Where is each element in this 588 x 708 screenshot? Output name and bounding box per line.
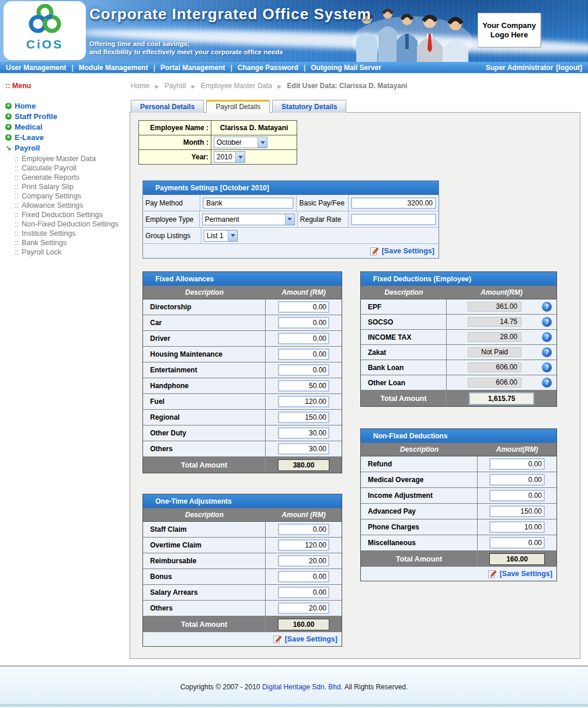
company-link[interactable]: Digital Heritage Sdn. Bhd. — [262, 683, 343, 691]
adjustment-amount-input[interactable] — [278, 587, 329, 598]
sidebar-subitem[interactable]: ::Payroll Lock — [8, 247, 127, 257]
app-tagline: Offering time and cost savings; and flex… — [89, 40, 283, 56]
allowance-amount-input[interactable] — [278, 301, 329, 313]
nav-separator: | — [71, 64, 73, 72]
breadcrumb: Home ▶ Payroll ▶ Employee Master Data ▶ … — [131, 82, 580, 90]
adjustment-amount-input[interactable] — [278, 555, 329, 567]
allowance-amount-input[interactable] — [278, 364, 329, 376]
allowance-amount-input[interactable] — [278, 380, 329, 392]
sidebar-subitem[interactable]: ::Company Settings — [8, 191, 127, 201]
allowance-amount-input[interactable] — [278, 348, 329, 360]
tab-panel: Employee Name : Clarissa D. Matayani Mon… — [130, 112, 580, 659]
table-row: Others — [143, 441, 342, 457]
month-select[interactable]: October — [214, 137, 267, 148]
subitem-bullet: :: — [15, 164, 19, 172]
copyright-prefix: Copyrights © 2007 - 2010 — [180, 683, 260, 691]
help-icon[interactable]: ? — [542, 347, 552, 357]
deduction-amount-input[interactable] — [489, 505, 545, 517]
allowance-amount-input[interactable] — [278, 396, 329, 407]
sidebar-subitem[interactable]: ::Fixed Deduction Settings — [8, 210, 127, 219]
regular-rate-input[interactable] — [351, 214, 436, 225]
basic-pay-input[interactable] — [351, 197, 436, 209]
help-icon[interactable]: ? — [542, 302, 552, 312]
year-select[interactable]: 2010 — [214, 151, 245, 163]
nav-item[interactable]: Change Password — [238, 64, 298, 72]
one-time-adjustments-total: 160.00 — [278, 619, 329, 630]
logout-link[interactable]: [logout] — [556, 64, 582, 72]
fixed-allowances-total: 380.00 — [278, 459, 329, 471]
tab[interactable]: Personal Details — [131, 100, 204, 113]
adjustment-amount-input[interactable] — [278, 539, 329, 551]
help-icon[interactable]: ? — [542, 378, 552, 388]
nav-item[interactable]: Portal Management — [161, 64, 225, 72]
sidebar-subitem[interactable]: ::Generate Reports — [8, 173, 127, 182]
one-time-adjustments-save-settings-link[interactable]: [Save Settings] — [285, 635, 338, 643]
adjustment-amount-input[interactable] — [278, 524, 329, 535]
sidebar-item[interactable]: Home — [5, 102, 127, 110]
fixed-deductions-total: 1,615.75 — [469, 392, 534, 405]
sidebar-item[interactable]: Medical — [5, 123, 127, 131]
allowance-amount-input[interactable] — [278, 411, 329, 423]
chevron-down-icon — [228, 231, 237, 241]
deduction-amount-input[interactable] — [489, 474, 545, 486]
amount-column-header: Amount (RM) — [266, 508, 342, 521]
sidebar-submenu: ::Employee Master Data ::Calculate Payro… — [8, 154, 127, 257]
allowance-amount-input[interactable] — [278, 333, 329, 344]
sidebar-subitem[interactable]: ::Employee Master Data — [8, 154, 127, 163]
total-amount-label: Total Amount — [361, 390, 447, 406]
deduction-label: Bank Loan — [361, 360, 447, 375]
nav-separator: | — [153, 64, 155, 72]
deduction-amount-input[interactable] — [489, 537, 545, 549]
payments-save-settings-link[interactable]: [Save Settings] — [382, 247, 434, 255]
employee-type-select[interactable]: Permanent — [202, 214, 295, 225]
pay-method-input[interactable] — [203, 197, 294, 209]
adjustment-amount-input[interactable] — [278, 602, 329, 614]
group-listings-select[interactable]: List 1 — [204, 230, 238, 242]
table-row: Bank Loan 606.00 ? — [361, 360, 556, 375]
deduction-amount-readonly: Not Paid — [468, 347, 521, 357]
nav-item[interactable]: Outgoing Mail Server — [311, 64, 381, 72]
allowance-amount-input[interactable] — [278, 427, 329, 439]
help-icon[interactable]: ? — [542, 362, 552, 372]
deduction-amount-input[interactable] — [489, 490, 545, 501]
sidebar-subitem[interactable]: ::Non-Fixed Deduction Settings — [8, 219, 127, 229]
table-row: Other Loan 606.00 ? — [361, 375, 556, 390]
sidebar-item[interactable]: E-Leave — [5, 133, 127, 142]
sidebar-subitem[interactable]: ::Allowance Settings — [8, 201, 127, 210]
allowance-amount-input[interactable] — [278, 443, 329, 455]
subitem-bullet: :: — [15, 211, 19, 219]
breadcrumb-item[interactable]: Home — [131, 82, 149, 90]
menu-expand-icon — [5, 113, 12, 120]
deduction-amount-readonly: 28.00 — [468, 332, 521, 342]
nav-item[interactable]: User Management — [6, 64, 66, 72]
deduction-label: INCOME TAX — [361, 330, 447, 344]
sidebar-item[interactable]: Staff Profile — [5, 112, 127, 121]
help-icon[interactable]: ? — [542, 332, 552, 342]
employee-name-value: Clarissa D. Matayani — [211, 121, 297, 135]
description-column-header: Description — [143, 286, 266, 299]
nav-item[interactable]: Module Management — [79, 64, 148, 72]
breadcrumb-item[interactable]: Employee Master Data — [201, 82, 272, 90]
sidebar-subitem[interactable]: ::Bank Settings — [8, 238, 127, 247]
table-row: Handphone — [143, 378, 342, 394]
sidebar-subitem[interactable]: ::Institute Settings — [8, 229, 127, 238]
table-row: SOCSO 14.75 ? — [361, 315, 556, 330]
allowance-label: Handphone — [143, 378, 266, 393]
sidebar-subitem[interactable]: ::Calculate Payroll — [8, 163, 127, 173]
menu-expand-icon — [5, 103, 12, 109]
allowance-amount-input[interactable] — [278, 317, 329, 329]
sidebar-subitem[interactable]: ::Print Salary Slip — [8, 182, 127, 191]
tagline-line1: Offering time and cost savings; — [89, 40, 283, 48]
sidebar-item[interactable]: Payroll — [5, 144, 127, 152]
breadcrumb-item[interactable]: Payroll — [165, 82, 186, 90]
app-title: Corporate Intergrated Office System — [89, 5, 371, 23]
deduction-amount-input[interactable] — [489, 521, 545, 533]
table-row: Fuel — [143, 394, 342, 410]
deduction-amount-readonly: 361.00 — [468, 302, 521, 312]
deduction-amount-input[interactable] — [489, 458, 545, 470]
tab[interactable]: Statutory Details — [272, 100, 346, 113]
tab[interactable]: Payroll Details — [206, 100, 270, 113]
non-fixed-deductions-save-settings-link[interactable]: [Save Settings] — [500, 570, 552, 578]
help-icon[interactable]: ? — [542, 317, 552, 327]
adjustment-amount-input[interactable] — [278, 571, 329, 583]
